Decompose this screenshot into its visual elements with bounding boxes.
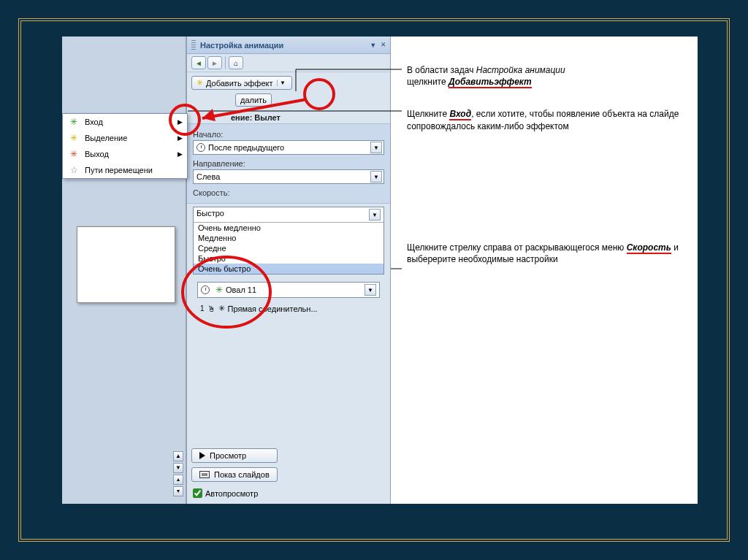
add-effect-dropdown-icon[interactable]: ▼: [277, 80, 287, 86]
nav-home-icon[interactable]: ⌂: [229, 56, 243, 69]
add-effect-label: Добавить эффект: [206, 79, 272, 88]
pane-nav: ◄ ► ⌂: [187, 54, 390, 72]
callout-1: В области задач Настройка анимации щелкн…: [407, 64, 688, 88]
slideshow-button[interactable]: Показ слайдов: [191, 467, 278, 482]
delete-button[interactable]: далить: [235, 93, 272, 107]
play-icon: [199, 452, 205, 459]
drag-handle-icon: [191, 40, 196, 50]
modify-header: ение: Вылет: [187, 110, 390, 123]
clock-icon: [196, 143, 205, 152]
menu-dropdown-icon[interactable]: ▼: [370, 42, 376, 49]
speed-option[interactable]: Медленно: [194, 233, 383, 243]
nav-back-icon[interactable]: ◄: [191, 56, 206, 69]
delete-label: далить: [240, 96, 267, 104]
instruction-callouts: В области задач Настройка анимации щелкн…: [407, 64, 688, 281]
speed-option[interactable]: Средне: [194, 243, 383, 253]
nav-fwd-icon[interactable]: ►: [207, 56, 222, 69]
slide-scroll[interactable]: ▲▼▴▾: [173, 451, 183, 496]
submenu-arrow-icon: ▶: [178, 118, 183, 126]
animation-pane: Настройка анимации ▼ × ◄ ► ⌂ ✳ Добавить …: [186, 37, 391, 504]
animation-item[interactable]: 1 🖱 ✳ Прямая соединительн...: [197, 302, 380, 315]
clock-icon: [201, 285, 210, 294]
tutorial-canvas: ▲▼▴▾ Настройка анимации ▼ × ◄ ► ⌂ ✳ Доба…: [62, 37, 698, 504]
menu-label: Пути перемещени: [85, 166, 153, 174]
dropdown-icon[interactable]: ▼: [369, 209, 381, 220]
start-combo[interactable]: После предыдущего ▼: [193, 140, 384, 155]
menu-item-motion-paths[interactable]: ☆ Пути перемещени: [63, 162, 187, 178]
anim-item-label: Овал 11: [226, 285, 256, 294]
speed-dropdown[interactable]: Быстро ▼ Очень медленно Медленно Средне …: [193, 207, 384, 275]
menu-item-emphasis[interactable]: ✳ Выделение ▶: [63, 130, 187, 146]
dropdown-icon[interactable]: ▼: [370, 171, 382, 183]
submenu-arrow-icon: ▶: [178, 134, 183, 142]
star-icon: ✳: [67, 117, 80, 127]
pane-titlebar[interactable]: Настройка анимации ▼ ×: [187, 37, 390, 54]
star-icon: ✳: [196, 78, 203, 88]
start-label: Начало:: [193, 129, 384, 140]
effect-icon: ✳: [218, 304, 225, 313]
slide-thumbnail[interactable]: [77, 226, 175, 303]
pane-title-text: Настройка анимации: [200, 41, 283, 50]
speed-label: Скорость:: [193, 187, 384, 199]
mouse-icon: 🖱: [207, 304, 215, 313]
slide-panel: ▲▼▴▾: [62, 37, 186, 504]
preview-label: Просмотр: [210, 451, 246, 460]
animation-item[interactable]: ✳ Овал 11 ▼: [197, 282, 380, 298]
speed-option[interactable]: Очень медленно: [194, 223, 383, 233]
menu-label: Выход: [85, 150, 109, 158]
callout-2: Щелкните Вход, если хотите, чтобы появле…: [407, 108, 688, 131]
star-icon: ✳: [67, 133, 80, 143]
autopreview-checkbox[interactable]: Автопросмотр: [193, 488, 258, 498]
direction-value: Слева: [196, 172, 220, 181]
star-icon: ☆: [67, 165, 80, 175]
autopreview-label: Автопросмотр: [205, 489, 258, 498]
menu-item-entrance[interactable]: ✳ Вход ▶: [63, 114, 187, 130]
menu-label: Вход: [85, 118, 103, 126]
preview-button[interactable]: Просмотр: [191, 448, 278, 463]
star-icon: ✳: [67, 149, 80, 159]
speed-selected: Быстро: [196, 209, 224, 220]
projector-icon: [199, 471, 210, 478]
effect-context-menu[interactable]: ✳ Вход ▶ ✳ Выделение ▶ ✳ Выход ▶ ☆ Пути …: [62, 113, 188, 179]
start-value: После предыдущего: [208, 143, 284, 152]
anim-item-label: Прямая соединительн...: [228, 304, 318, 313]
close-icon[interactable]: ×: [381, 39, 386, 50]
add-effect-button[interactable]: ✳ Добавить эффект ▼: [191, 76, 292, 90]
slideshow-label: Показ слайдов: [214, 470, 270, 479]
callout-3: Щелкните стрелку справа от раскрывающего…: [407, 242, 688, 265]
dropdown-icon[interactable]: ▼: [370, 142, 382, 153]
direction-combo[interactable]: Слева ▼: [193, 169, 384, 184]
menu-label: Выделение: [85, 134, 127, 142]
speed-option[interactable]: Очень быстро: [194, 264, 383, 274]
speed-option[interactable]: Быстро: [194, 253, 383, 264]
dropdown-icon[interactable]: ▼: [365, 284, 376, 296]
effect-icon: ✳: [215, 285, 223, 295]
menu-item-exit[interactable]: ✳ Выход ▶: [63, 146, 187, 162]
submenu-arrow-icon: ▶: [178, 150, 183, 158]
direction-label: Направление:: [193, 158, 384, 169]
